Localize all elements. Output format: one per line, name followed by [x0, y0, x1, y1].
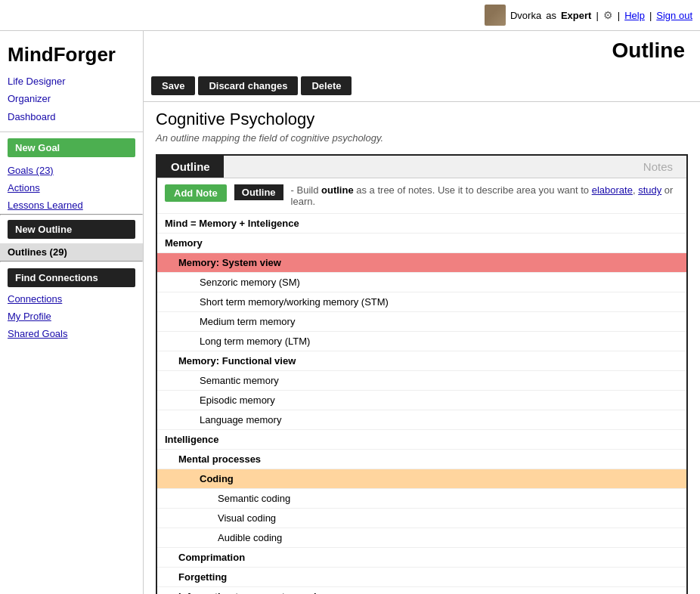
outline-item-text: Semantic coding	[157, 490, 296, 507]
table-row[interactable]: Semantic coding	[157, 489, 686, 509]
sidebar-item-lessons[interactable]: Lessons Learned	[0, 196, 143, 214]
outline-item-text: Medium term memory	[157, 313, 301, 330]
table-row[interactable]: Language memory	[157, 410, 686, 430]
outline-item-text: Senzoric memory (SM)	[157, 274, 306, 291]
table-row[interactable]: Visual coding	[157, 509, 686, 528]
header-sep2: |	[618, 10, 620, 21]
help-link[interactable]: Help	[624, 10, 645, 21]
content-area: Outline Save Discard changes Delete Cogn…	[144, 31, 700, 594]
sidebar-divider-2	[0, 214, 143, 215]
gear-icon[interactable]: ⚙	[603, 9, 613, 21]
outline-item-text: Memory: System view	[157, 254, 287, 271]
table-row[interactable]: Memory	[157, 234, 686, 253]
table-row[interactable]: Comprimation	[157, 548, 686, 568]
page-title: Outline	[612, 39, 685, 63]
outline-instruction: Add Note Outline - Build outline as a tr…	[157, 178, 686, 214]
sidebar-item-outlines[interactable]: Outlines (29)	[0, 243, 143, 261]
table-row[interactable]: Audible coding	[157, 528, 686, 548]
outline-item-text: Memory	[157, 234, 209, 252]
table-row[interactable]: Semantic memory	[157, 371, 686, 391]
outline-item-text: Mental processes	[157, 450, 267, 468]
header-sep1: |	[596, 10, 598, 21]
document-subtitle: An outline mapping the field of cognitiv…	[156, 132, 688, 144]
sidebar-item-shared-goals[interactable]: Shared Goals	[0, 325, 143, 342]
outline-items: Mind = Memory + InteligenceMemoryMemory:…	[157, 214, 686, 594]
sidebar-divider	[0, 131, 143, 132]
header-role-pre: as	[546, 10, 556, 21]
elaborate-link[interactable]: elaborate	[592, 184, 633, 196]
outline-panel: Outline Notes Add Note Outline - Build o…	[156, 154, 688, 594]
outline-item-text: Comprimation	[157, 549, 251, 566]
table-row[interactable]: Senzoric memory (SM)	[157, 273, 686, 292]
outline-badge: Outline	[234, 184, 283, 200]
app-title: MindForger	[0, 39, 143, 73]
signout-link[interactable]: Sign out	[656, 10, 692, 21]
new-outline-button[interactable]: New Outline	[8, 220, 135, 239]
toolbar: Save Discard changes Delete	[144, 70, 700, 102]
table-row[interactable]: Mental processes	[157, 450, 686, 469]
document-title: Cognitive Psychology	[156, 110, 688, 129]
table-row[interactable]: Short term memory/working memory (STM)	[157, 292, 686, 312]
sidebar-item-actions[interactable]: Actions	[0, 179, 143, 196]
tab-outline[interactable]: Outline	[157, 156, 224, 178]
header-role: Expert	[561, 10, 591, 21]
header-user: Dvorka as Expert | ⚙ | Help | Sign out	[485, 5, 692, 26]
sidebar-item-my-profile[interactable]: My Profile	[0, 308, 143, 325]
sidebar-item-dashboard[interactable]: Dashboard	[8, 108, 135, 125]
table-row[interactable]: Memory: Functional view	[157, 351, 686, 371]
outline-item-text: Short term memory/working memory (STM)	[157, 293, 395, 311]
sidebar: MindForger Life Designer Organizer Dashb…	[0, 31, 144, 594]
header: Dvorka as Expert | ⚙ | Help | Sign out	[0, 0, 700, 31]
doc-subtitle-text: An outline mapping the field of cognitiv…	[156, 132, 383, 144]
outline-item-text: Intelligence	[157, 431, 225, 448]
outline-item-text: Memory: Functional view	[157, 352, 302, 370]
main-layout: MindForger Life Designer Organizer Dashb…	[0, 31, 700, 594]
table-row[interactable]: Mind = Memory + Inteligence	[157, 214, 686, 234]
table-row[interactable]: Long term memory (LTM)	[157, 332, 686, 351]
tab-notes[interactable]: Notes	[630, 156, 686, 178]
table-row[interactable]: Forgetting	[157, 568, 686, 587]
table-row[interactable]: Memory: System view	[157, 253, 686, 273]
delete-button[interactable]: Delete	[301, 76, 352, 95]
topbar: Outline	[144, 31, 700, 70]
outline-description: - Build outline as a tree of notes. Use …	[291, 184, 679, 207]
outline-tab-bar	[224, 166, 630, 168]
outline-tabs: Outline Notes	[157, 156, 686, 178]
sidebar-nav: Life Designer Organizer Dashboard	[0, 73, 143, 125]
sidebar-item-connections[interactable]: Connections	[0, 290, 143, 308]
table-row[interactable]: Episodic memory	[157, 391, 686, 410]
table-row[interactable]: Medium term memory	[157, 312, 686, 332]
add-note-button[interactable]: Add Note	[165, 184, 227, 202]
study-link[interactable]: study	[638, 184, 661, 196]
outline-item-text: Semantic memory	[157, 372, 285, 389]
outline-item-text: Language memory	[157, 411, 287, 428]
avatar	[485, 5, 506, 26]
table-row[interactable]: Coding	[157, 469, 686, 489]
discard-button[interactable]: Discard changes	[198, 76, 298, 95]
outline-item-text: Information to concept mapping	[157, 588, 335, 594]
outline-item-text: Forgetting	[157, 568, 233, 586]
new-goal-button[interactable]: New Goal	[8, 138, 135, 157]
sidebar-item-life-designer[interactable]: Life Designer	[8, 73, 135, 90]
document: Cognitive Psychology An outline mapping …	[144, 102, 700, 594]
sidebar-item-organizer[interactable]: Organizer	[8, 90, 135, 107]
outline-item-text: Coding	[157, 470, 240, 487]
sidebar-item-goals[interactable]: Goals (23)	[0, 162, 143, 179]
save-button[interactable]: Save	[151, 76, 195, 95]
outline-item-text: Mind = Memory + Inteligence	[157, 215, 305, 232]
header-sep3: |	[649, 10, 652, 21]
sidebar-divider-3	[0, 261, 143, 262]
outline-item-text: Episodic memory	[157, 391, 281, 409]
outline-item-text: Audible coding	[157, 529, 288, 546]
header-username: Dvorka	[510, 10, 541, 21]
table-row[interactable]: Information to concept mapping	[157, 587, 686, 594]
find-connections-button[interactable]: Find Connections	[8, 268, 135, 287]
table-row[interactable]: Intelligence	[157, 430, 686, 450]
outline-item-text: Visual coding	[157, 509, 282, 527]
outline-item-text: Long term memory (LTM)	[157, 333, 316, 350]
